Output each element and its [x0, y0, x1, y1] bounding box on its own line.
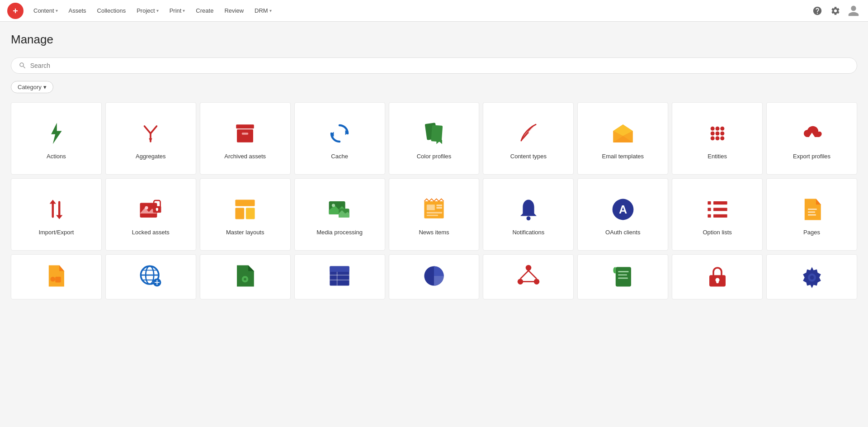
nav-print[interactable]: Print ▾	[165, 5, 190, 17]
card-content-types[interactable]: Content types	[483, 102, 574, 175]
table-list-icon	[327, 264, 352, 288]
svg-point-22	[710, 131, 714, 135]
svg-rect-95	[716, 280, 718, 283]
document-icon	[800, 197, 824, 222]
svg-rect-12	[431, 125, 443, 142]
card-import-export-label: Import/Export	[38, 229, 74, 236]
card-pages-label: Pages	[803, 229, 820, 236]
nav-items: Content ▾ Assets Collections Project ▾ P…	[29, 5, 810, 17]
card-archived-assets-label: Archived assets	[224, 153, 266, 160]
card-notifications-label: Notifications	[512, 229, 544, 236]
svg-rect-41	[236, 199, 255, 206]
svg-rect-40	[156, 209, 158, 211]
svg-point-76	[244, 278, 246, 280]
card-master-layouts[interactable]: Master layouts	[200, 178, 291, 251]
card-r3-5[interactable]	[389, 254, 480, 299]
project-dropdown-arrow: ▾	[156, 8, 159, 13]
manage-grid-row3	[11, 254, 857, 299]
svg-point-19	[710, 126, 714, 130]
svg-point-21	[720, 126, 724, 130]
svg-point-67	[51, 277, 56, 282]
card-master-layouts-label: Master layouts	[226, 229, 264, 236]
nav-create[interactable]: Create	[191, 5, 218, 17]
svg-marker-31	[50, 199, 56, 204]
card-r3-2[interactable]	[105, 254, 196, 299]
svg-point-83	[526, 265, 532, 271]
card-notifications[interactable]: Notifications	[483, 178, 574, 251]
svg-rect-8	[242, 133, 248, 135]
card-media-processing-label: Media processing	[316, 229, 363, 236]
card-color-profiles[interactable]: Color profiles	[389, 102, 480, 175]
card-news-items[interactable]: News items	[389, 178, 480, 251]
card-option-lists-label: Option lists	[703, 229, 732, 236]
card-r3-3[interactable]	[200, 254, 291, 299]
svg-point-25	[710, 136, 714, 140]
svg-rect-60	[708, 208, 711, 211]
card-r3-8[interactable]	[672, 254, 763, 299]
help-button[interactable]	[810, 4, 825, 18]
card-color-profiles-label: Color profiles	[417, 153, 452, 160]
settings-button[interactable]	[828, 4, 843, 18]
svg-line-86	[520, 270, 528, 279]
svg-rect-51	[436, 204, 442, 206]
nav-collections[interactable]: Collections	[93, 5, 131, 17]
card-r3-4[interactable]	[294, 254, 385, 299]
refresh-icon	[327, 121, 352, 146]
card-archived-assets[interactable]: Archived assets	[200, 102, 291, 175]
card-r3-1[interactable]	[11, 254, 102, 299]
svg-rect-64	[808, 209, 817, 210]
card-r3-7[interactable]	[577, 254, 668, 299]
card-oauth-clients-label: OAuth clients	[605, 229, 640, 236]
svg-rect-42	[236, 208, 245, 219]
card-cache[interactable]: Cache	[294, 102, 385, 175]
grid-dots-icon	[705, 121, 730, 146]
card-entities[interactable]: Entities	[672, 102, 763, 175]
card-r3-9[interactable]	[766, 254, 857, 299]
svg-marker-5	[149, 138, 152, 142]
card-media-processing[interactable]: Media processing	[294, 178, 385, 251]
svg-point-36	[145, 206, 148, 209]
nav-project[interactable]: Project ▾	[132, 5, 163, 17]
merge-arrows-icon	[138, 121, 163, 146]
card-email-templates[interactable]: Email templates	[577, 102, 668, 175]
card-oauth-clients[interactable]: A OAuth clients	[577, 178, 668, 251]
nav-assets[interactable]: Assets	[64, 5, 91, 17]
nav-drm[interactable]: DRM ▾	[250, 5, 276, 17]
cloud-download-icon	[800, 121, 824, 146]
card-option-lists[interactable]: Option lists	[672, 178, 763, 251]
nav-content[interactable]: Content ▾	[29, 5, 62, 17]
app-logo[interactable]	[7, 3, 24, 19]
svg-rect-59	[713, 201, 727, 204]
card-locked-assets-label: Locked assets	[132, 229, 170, 236]
card-entities-label: Entities	[708, 153, 727, 160]
page-content: Manage Category ▾ Actions Aggre	[0, 22, 868, 310]
svg-rect-65	[808, 211, 815, 213]
svg-rect-89	[616, 267, 631, 286]
svg-rect-50	[427, 204, 435, 210]
card-export-profiles[interactable]: Export profiles	[766, 102, 857, 175]
category-button[interactable]: Category ▾	[11, 81, 53, 93]
svg-rect-43	[246, 208, 255, 219]
card-import-export[interactable]: Import/Export	[11, 178, 102, 251]
card-locked-assets[interactable]: Locked assets	[105, 178, 196, 251]
svg-marker-33	[56, 215, 62, 219]
card-aggregates[interactable]: Aggregates	[105, 102, 196, 175]
svg-rect-78	[330, 266, 349, 272]
card-actions[interactable]: Actions	[11, 102, 102, 175]
svg-point-46	[332, 204, 335, 207]
gear-icon	[800, 264, 824, 288]
card-news-items-label: News items	[419, 229, 449, 236]
svg-rect-92	[618, 278, 628, 279]
svg-rect-52	[436, 207, 442, 209]
nav-review[interactable]: Review	[220, 5, 248, 17]
svg-point-24	[720, 131, 724, 135]
category-dropdown-arrow: ▾	[43, 84, 47, 90]
search-input[interactable]	[30, 62, 849, 69]
svg-rect-29	[811, 137, 813, 141]
card-r3-6[interactable]	[483, 254, 574, 299]
user-avatar[interactable]	[846, 4, 861, 18]
drm-dropdown-arrow: ▾	[269, 8, 272, 13]
padlock-icon	[705, 264, 730, 288]
svg-rect-58	[708, 201, 711, 204]
card-pages[interactable]: Pages	[766, 178, 857, 251]
